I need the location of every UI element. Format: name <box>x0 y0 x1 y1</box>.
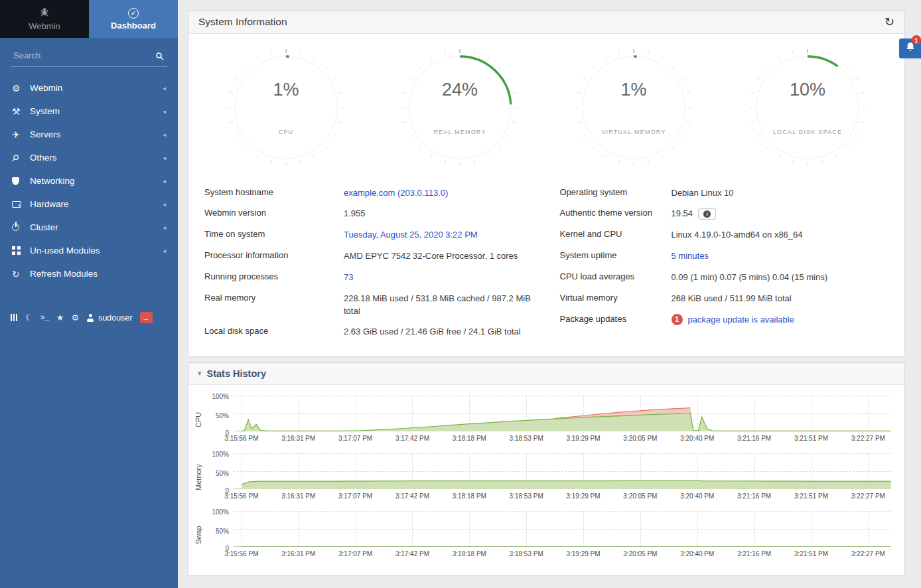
chevron-left-icon: ◂ <box>163 248 166 254</box>
stats-history-header[interactable]: ▾ Stats History <box>188 363 904 385</box>
svg-text:1%: 1% <box>273 80 299 100</box>
memory-plot-area <box>234 453 891 489</box>
terminal-icon[interactable]: >_ <box>40 314 49 322</box>
x-tick-label: 3:22:27 PM <box>851 550 885 557</box>
refresh-icon: ↻ <box>12 269 30 279</box>
webmin-logo-icon <box>39 7 50 19</box>
memory-x-axis: 3:15:56 PM3:16:31 PM3:17:07 PM3:17:42 PM… <box>234 492 891 502</box>
package-count-badge: 1 <box>672 314 683 325</box>
nav-label: Webmin <box>30 83 62 93</box>
x-tick-label: 3:17:07 PM <box>338 550 372 557</box>
info-row-system-uptime: System uptime 5 minutes <box>560 246 889 267</box>
x-tick-label: 3:22:27 PM <box>851 492 885 500</box>
night-mode-icon[interactable]: ☾ <box>25 313 33 323</box>
shield-icon <box>12 177 30 185</box>
nav-label: Networking <box>30 176 75 186</box>
search-icon[interactable] <box>156 52 162 58</box>
x-tick-label: 3:18:53 PM <box>510 492 543 500</box>
info-row-kernel-and-cpu: Kernel and CPU Linux 4.19.0-10-amd64 on … <box>560 225 889 246</box>
x-tick-label: 3:21:51 PM <box>794 435 828 442</box>
uptime-link[interactable]: 5 minutes <box>672 251 709 261</box>
x-tick-label: 3:19:29 PM <box>566 550 600 557</box>
svg-text:VIRTUAL MEMORY: VIRTUAL MEMORY <box>601 129 666 135</box>
sidebar-item-others[interactable]: ⚲ Others ◂ <box>0 146 178 169</box>
swap-axis-label: Swap <box>191 511 206 559</box>
info-row-operating-system: Operating system Debian Linux 10 <box>560 183 889 204</box>
x-tick-label: 3:21:51 PM <box>794 550 828 557</box>
wrench-icon: ⚒ <box>12 106 30 117</box>
refresh-icon[interactable]: ↻ <box>885 16 894 28</box>
tab-webmin[interactable]: Webmin <box>0 0 89 38</box>
x-tick-label: 3:21:16 PM <box>737 550 771 557</box>
power-icon <box>12 224 30 231</box>
stats-history-title: Stats History <box>207 368 266 379</box>
x-tick-label: 3:15:56 PM <box>224 492 258 500</box>
logout-button[interactable]: → <box>140 312 153 323</box>
package-updates-link[interactable]: package update is available <box>688 314 794 327</box>
info-row-processor-information: Processor information AMD EPYC 7542 32-C… <box>204 246 533 267</box>
search-input[interactable] <box>12 50 156 61</box>
svg-text:CPU: CPU <box>278 129 293 135</box>
notifications-button[interactable]: 1 <box>899 38 921 58</box>
x-tick-label: 3:20:05 PM <box>623 435 657 442</box>
sidebar-item-networking[interactable]: Networking ◂ <box>0 169 178 192</box>
svg-text:REAL MEMORY: REAL MEMORY <box>433 129 486 135</box>
sidebar-item-webmin[interactable]: ⚙ Webmin ◂ <box>0 76 178 100</box>
chevron-left-icon: ◂ <box>163 155 166 161</box>
x-tick-label: 3:18:53 PM <box>510 550 543 557</box>
x-tick-label: 3:16:31 PM <box>281 435 315 442</box>
info-icon[interactable]: i <box>698 208 716 220</box>
user-menu[interactable]: sudouser <box>86 313 132 323</box>
sidebar-search <box>11 44 167 67</box>
chevron-left-icon: ◂ <box>163 178 166 184</box>
x-tick-label: 3:15:56 PM <box>224 435 258 442</box>
collapse-triangle-icon: ▾ <box>198 369 202 378</box>
processes-link[interactable]: 73 <box>344 272 353 282</box>
info-row-cpu-load-averages: CPU load averages 0.09 (1 min) 0.07 (5 m… <box>560 267 889 288</box>
info-row-webmin-version: Webmin version 1.955 <box>204 204 533 225</box>
nav-label: Others <box>30 153 57 163</box>
chevron-left-icon: ◂ <box>163 85 166 92</box>
sidebar-item-unused-modules[interactable]: Un-used Modules ◂ <box>0 239 178 262</box>
send-icon: ✈ <box>12 129 30 140</box>
sidebar-item-cluster[interactable]: Cluster ◂ <box>0 216 178 239</box>
tools-icon: ⚲ <box>12 153 30 163</box>
swap-plot-area <box>234 511 891 547</box>
gauge-cpu: 1%CPU <box>223 44 349 171</box>
nav-label: Servers <box>30 129 61 139</box>
x-tick-label: 3:20:05 PM <box>623 492 657 500</box>
sidebar-item-system[interactable]: ⚒ System ◂ <box>0 100 178 123</box>
x-tick-label: 3:20:40 PM <box>680 492 714 500</box>
svg-text:10%: 10% <box>789 80 825 100</box>
sidebar-item-hardware[interactable]: Hardware ◂ <box>0 192 178 216</box>
nav-label: Un-used Modules <box>30 246 100 256</box>
info-row-authentic-theme-version: Authentic theme version 19.54 i <box>560 204 889 225</box>
page-title: System Information <box>198 16 287 28</box>
settings-gears-icon[interactable]: ⚙ <box>72 313 80 323</box>
info-row-time-on-system: Time on system Tuesday, August 25, 2020 … <box>204 225 533 246</box>
x-tick-label: 3:20:05 PM <box>623 550 657 557</box>
tab-dashboard[interactable]: ✓ Dashboard <box>89 0 178 38</box>
x-tick-label: 3:19:29 PM <box>566 435 600 442</box>
memory-axis-label: Memory <box>191 453 206 502</box>
chevron-left-icon: ◂ <box>163 131 166 138</box>
tab-dashboard-label: Dashboard <box>111 21 156 31</box>
sidebar-item-refresh-modules[interactable]: ↻ Refresh Modules <box>0 262 178 285</box>
time-link[interactable]: Tuesday, August 25, 2020 3:22 PM <box>344 230 478 240</box>
svg-text:LOCAL DISK SPACE: LOCAL DISK SPACE <box>772 129 841 135</box>
sidebar-item-servers[interactable]: ✈ Servers ◂ <box>0 123 178 146</box>
x-tick-label: 3:21:16 PM <box>737 435 771 442</box>
logout-icon: → <box>143 314 150 322</box>
swap-history-chart: Swap 100% 50% 0 3:15:56 PM3:16:31 PM3:17… <box>191 511 891 559</box>
system-information-panel: System Information ↻ 1%CPU 24%REAL MEMOR… <box>188 10 905 357</box>
cpu-axis-label: CPU <box>191 396 206 444</box>
swap-x-axis: 3:15:56 PM3:16:31 PM3:17:07 PM3:17:42 PM… <box>234 550 891 559</box>
hostname-link[interactable]: example.com (203.0.113.0) <box>344 188 448 198</box>
chevron-left-icon: ◂ <box>163 108 166 115</box>
dashboard-check-icon: ✓ <box>128 8 139 19</box>
sliders-icon[interactable] <box>11 314 18 321</box>
svg-text:24%: 24% <box>441 80 477 100</box>
favorites-star-icon[interactable]: ★ <box>56 313 64 323</box>
x-tick-label: 3:17:42 PM <box>395 492 429 500</box>
gauges-row: 1%CPU 24%REAL MEMORY 1%VIRTUAL MEMORY 10… <box>188 34 904 173</box>
